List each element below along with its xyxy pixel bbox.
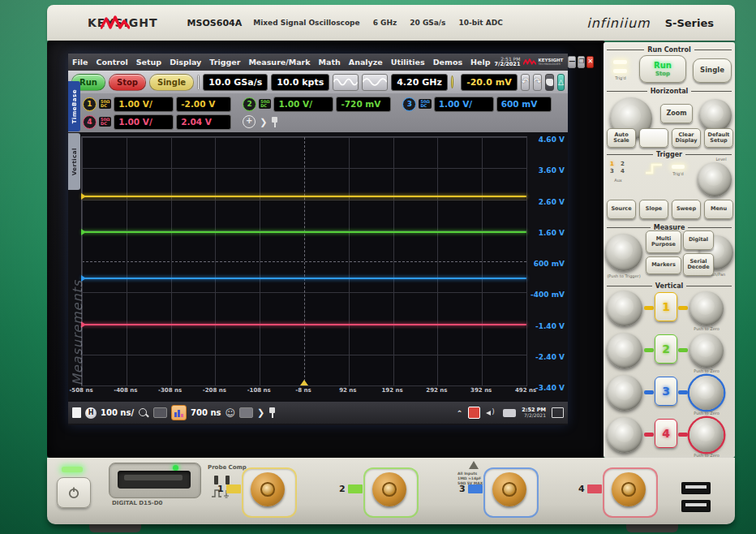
channel-1-scale-knob[interactable] (607, 291, 642, 326)
channel-4-icon[interactable]: 4 (83, 115, 97, 129)
channel-3-input-connector[interactable] (492, 472, 526, 506)
side-tab-vertical[interactable]: Vertical (68, 133, 80, 190)
undo-button[interactable]: ↶ (521, 74, 530, 91)
horizontal-scale-readout[interactable]: 100 ns/ (101, 408, 134, 417)
menu-item-analyze[interactable]: Analyze (345, 58, 387, 67)
menu-item-file[interactable]: File (68, 58, 92, 67)
power-button[interactable] (57, 477, 91, 508)
channel-2-coupling-badge[interactable]: 50ΩDC (259, 99, 271, 109)
zoom-button[interactable]: Zoom (660, 104, 693, 123)
histogram-tool-button[interactable] (171, 405, 187, 420)
horizontal-auto-scale-button[interactable]: Auto Scale (607, 128, 636, 148)
speaker-icon[interactable] (486, 408, 497, 418)
channel-4-offset-knob[interactable] (689, 418, 724, 452)
usb-port-2[interactable] (681, 500, 711, 512)
menu-item-display[interactable]: Display (165, 58, 205, 67)
expand-chevron-icon[interactable]: ❯ (260, 117, 267, 127)
search-icon[interactable] (138, 407, 149, 419)
clipboard-icon[interactable] (239, 407, 253, 418)
horizontal-default-setup-button[interactable]: Default Setup (704, 128, 733, 148)
bandwidth-readout[interactable]: 4.20 GHz (391, 74, 448, 91)
restore-button[interactable]: ❐ (578, 56, 585, 68)
stop-button[interactable]: Stop (109, 74, 146, 91)
redo-button[interactable]: ↷ (533, 74, 542, 91)
channel-4-enable-button[interactable]: 4 (655, 419, 677, 448)
close-button[interactable]: ✕ (586, 56, 594, 68)
measure-markers-button[interactable]: Markers (646, 256, 681, 274)
horizontal-icon[interactable]: H (85, 407, 97, 419)
horizontal-delay-knob[interactable] (699, 99, 732, 131)
usb-port-1[interactable] (681, 482, 711, 494)
trigger-source-button[interactable]: Source (607, 200, 636, 219)
page-icon[interactable] (72, 407, 81, 418)
channel-1-scale-readout[interactable]: 1.00 V/ (114, 97, 174, 112)
channel-4-scale-knob[interactable] (607, 417, 642, 453)
menu-item-trigger[interactable]: Trigger (205, 58, 244, 67)
channel-1-offset-readout[interactable]: -2.00 V (176, 97, 231, 112)
measure-serial-decode-button[interactable]: Serial Decode (683, 253, 714, 276)
display-icon[interactable] (153, 407, 167, 418)
digital-pod-connector[interactable] (109, 463, 201, 498)
channel-3-enable-button[interactable]: 3 (655, 377, 677, 406)
channel-3-offset-readout[interactable]: 600 mV (496, 97, 552, 112)
measure-multi-purpose-button[interactable]: Multi Purpose (646, 230, 681, 253)
taskbar-clock[interactable]: 2:52 PM 7/2/2021 (522, 407, 546, 418)
trigger-level-knob[interactable] (698, 162, 732, 196)
channel-2-enable-button[interactable]: 2 (655, 334, 677, 364)
horizontal-clear-display-button[interactable]: Clear Display (672, 128, 701, 148)
trigger-slope-button[interactable]: Slope (639, 200, 668, 219)
channel-1-offset-knob[interactable] (689, 291, 724, 325)
channel-1-input-connector[interactable] (251, 472, 285, 506)
menu-item-setup[interactable]: Setup (132, 58, 165, 67)
trigger-level-readout[interactable]: -20.0 mV (461, 74, 518, 91)
menu-item-measuremark[interactable]: Measure/Mark (244, 58, 314, 67)
tray-overflow-icon[interactable]: ⌃ (457, 409, 463, 417)
channel-3-coupling-badge[interactable]: 50ΩDC (419, 99, 431, 109)
single-button-panel[interactable]: Single (693, 58, 732, 83)
waveform-style-button[interactable] (333, 74, 359, 91)
channel-3-icon[interactable]: 3 (402, 97, 416, 111)
channel-2-scale-readout[interactable]: 1.00 V/ (273, 97, 333, 112)
trigger-source-indicator[interactable] (451, 75, 453, 88)
channel-4-offset-readout[interactable]: 2.04 V (176, 114, 231, 130)
channel-2-scale-knob[interactable] (607, 333, 642, 368)
menu-item-math[interactable]: Math (315, 58, 345, 67)
expand-chevron-icon[interactable]: ❯ (257, 407, 264, 418)
add-channel-button[interactable]: + (243, 115, 256, 128)
menu-item-help[interactable]: Help (466, 58, 494, 67)
channel-3-scale-readout[interactable]: 1.00 V/ (434, 97, 494, 112)
channel-1-icon[interactable]: 1 (83, 97, 97, 111)
cursor-knob[interactable] (605, 234, 642, 271)
keyboard-icon[interactable] (503, 409, 516, 417)
menu-item-control[interactable]: Control (92, 58, 131, 67)
side-tab-timebase[interactable]: TimeBase (68, 81, 80, 131)
channel-2-input-connector[interactable] (372, 472, 406, 506)
channel-1-coupling-badge[interactable]: 50ΩDC (99, 99, 111, 109)
channel-3-scale-knob[interactable] (607, 375, 642, 411)
trigger-menu-button[interactable]: Menu (704, 200, 733, 219)
trigger-sweep-button[interactable]: Sweep (672, 200, 701, 219)
minimize-button[interactable]: — (568, 56, 576, 68)
channel-1-enable-button[interactable]: 1 (655, 292, 677, 321)
channel-4-coupling-badge[interactable]: 50ΩDC (99, 117, 111, 127)
pushpin-icon[interactable] (271, 117, 278, 127)
tray-app-icon[interactable] (468, 407, 480, 419)
memory-depth-readout[interactable]: 10.0 kpts (271, 74, 329, 91)
horizontal-blank-button[interactable] (639, 128, 668, 148)
channel-2-offset-knob[interactable] (689, 334, 724, 368)
horizontal-position-readout[interactable]: 700 ns (191, 408, 221, 417)
notification-icon[interactable] (552, 407, 564, 418)
sample-rate-readout[interactable]: 10.0 GSa/s (203, 74, 268, 91)
marker-tool-button[interactable]: △ (557, 74, 565, 91)
smiley-icon[interactable]: ☺ (226, 407, 236, 419)
channel-2-offset-readout[interactable]: -720 mV (336, 97, 391, 112)
touch-box-button[interactable] (197, 75, 200, 90)
menu-item-utilities[interactable]: Utilities (387, 58, 429, 67)
channel-4-input-connector[interactable] (612, 472, 646, 506)
channel-2-icon[interactable]: 2 (243, 97, 256, 111)
touch-toggle-button[interactable] (545, 74, 554, 91)
waveform-intensity-button[interactable] (362, 74, 388, 91)
channel-4-scale-readout[interactable]: 1.00 V/ (114, 114, 174, 130)
menu-item-demos[interactable]: Demos (429, 58, 466, 67)
measure-digital-button[interactable]: Digital (683, 230, 714, 250)
